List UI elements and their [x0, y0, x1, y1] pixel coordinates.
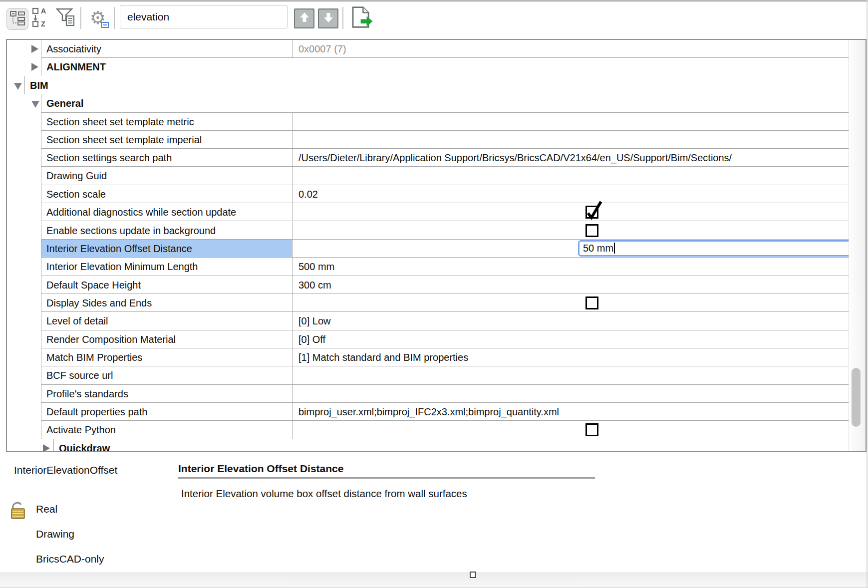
row-label-cell[interactable]: Level of detail	[41, 312, 292, 330]
row-label-cell[interactable]: Associativity	[41, 40, 292, 58]
row-label-cell[interactable]: Render Composition Material	[41, 330, 292, 348]
row-label-cell[interactable]: Additional diagnostics while section upd…	[41, 203, 292, 221]
table-row[interactable]: Profile's standards	[7, 385, 849, 403]
row-label-cell[interactable]: BCF source url	[41, 366, 292, 384]
checkbox-unchecked[interactable]	[585, 296, 598, 309]
row-value-cell[interactable]	[292, 112, 849, 130]
expand-arrow-icon[interactable]	[31, 45, 38, 53]
row-value-cell[interactable]: 0x0007 (7)	[292, 40, 849, 58]
svg-text:A: A	[41, 7, 46, 15]
row-label-cell[interactable]: Default Space Height	[41, 276, 292, 294]
table-row[interactable]: Interior Elevation Minimum Length500 mm	[7, 258, 849, 276]
table-row[interactable]: BIM	[7, 76, 849, 94]
row-value-cell[interactable]	[292, 385, 849, 403]
window-right-edge	[867, 0, 868, 588]
table-row[interactable]: Associativity0x0007 (7)	[7, 40, 849, 58]
arrow-up-icon	[298, 11, 310, 25]
table-row[interactable]: Default properties pathbimproj_user.xml;…	[7, 403, 849, 421]
row-value-cell[interactable]	[292, 203, 849, 221]
table-row[interactable]: Quickdraw	[7, 439, 849, 452]
row-label-cell[interactable]: Drawing Guid	[41, 167, 292, 185]
row-value-cell[interactable]: 50 mm	[292, 240, 849, 258]
row-label-cell[interactable]: Section sheet set template imperial	[41, 131, 292, 149]
row-value-cell[interactable]	[292, 421, 849, 439]
row-value-cell[interactable]	[292, 366, 849, 384]
manage-settings-button[interactable]: ⚙	[86, 6, 110, 30]
scrollbar-thumb[interactable]	[852, 368, 861, 427]
settings-table-rows: Associativity0x0007 (7)ALIGNMENTBIMGener…	[7, 40, 849, 451]
table-row[interactable]: Additional diagnostics while section upd…	[7, 203, 849, 221]
table-row[interactable]: Section sheet set template metric	[7, 112, 849, 130]
table-row[interactable]: Match BIM Properties[1] Match standard a…	[7, 348, 849, 366]
row-label-cell[interactable]: Enable sections update in background	[41, 222, 292, 240]
row-label-cell[interactable]: BIM	[24, 76, 849, 94]
table-row[interactable]: General	[7, 94, 849, 112]
export-file-icon	[350, 6, 374, 31]
row-label-cell[interactable]: ALIGNMENT	[41, 58, 849, 76]
table-row[interactable]: Section sheet set template imperial	[7, 131, 849, 149]
table-row[interactable]: Interior Elevation Offset Distance50 mm	[7, 240, 849, 258]
row-value-cell[interactable]: 500 mm	[292, 258, 849, 276]
row-value-cell[interactable]: [1] Match standard and BIM properties	[292, 348, 849, 366]
row-label-cell[interactable]: Section settings search path	[41, 149, 292, 167]
row-value-cell[interactable]	[292, 222, 849, 240]
row-value-cell[interactable]	[292, 294, 849, 312]
table-row[interactable]: Activate Python	[7, 421, 849, 439]
settings-toolbar: A Z ⚙	[0, 2, 868, 39]
svg-text:Z: Z	[41, 20, 45, 27]
collapse-arrow-icon[interactable]	[14, 83, 22, 90]
table-row[interactable]: Default Space Height300 cm	[7, 276, 849, 294]
checkbox-checked[interactable]	[585, 206, 598, 219]
table-row[interactable]: Section scale0.02	[7, 185, 849, 203]
expand-arrow-icon[interactable]	[43, 444, 50, 452]
row-label-cell[interactable]: Quickdraw	[53, 439, 849, 452]
checkbox-unchecked[interactable]	[585, 423, 598, 436]
row-label-cell[interactable]: Default properties path	[41, 403, 292, 421]
checkbox-unchecked[interactable]	[585, 224, 598, 237]
row-value-cell[interactable]: bimproj_user.xml;bimproj_IFC2x3.xml;bimp…	[292, 403, 849, 421]
row-label-cell[interactable]: Match BIM Properties	[41, 348, 292, 366]
row-label-cell[interactable]: Activate Python	[41, 421, 292, 439]
table-row[interactable]: Enable sections update in background	[7, 222, 849, 240]
row-value-cell[interactable]: 0.02	[292, 185, 849, 203]
value-edit-input[interactable]: 50 mm	[578, 240, 867, 257]
export-settings-button[interactable]	[349, 6, 374, 31]
row-label-cell[interactable]: Section sheet set template metric	[41, 112, 292, 130]
search-input[interactable]	[120, 5, 288, 28]
row-label-cell[interactable]: General	[41, 94, 849, 112]
row-label: Section settings search path	[46, 152, 172, 163]
table-row[interactable]: Display Sides and Ends	[7, 294, 849, 312]
row-label-cell[interactable]: Interior Elevation Minimum Length	[41, 258, 292, 276]
table-row[interactable]: Render Composition Material[0] Off	[7, 330, 849, 348]
filter-button[interactable]	[55, 8, 77, 29]
categorized-view-button[interactable]	[6, 8, 28, 30]
row-label-cell[interactable]: Interior Elevation Offset Distance	[41, 240, 292, 258]
row-value-cell[interactable]: /Users/Dieter/Library/Application Suppor…	[292, 149, 849, 167]
row-value-cell[interactable]: 300 cm	[292, 276, 849, 294]
collapse-arrow-icon[interactable]	[31, 101, 39, 108]
row-label-cell[interactable]: Display Sides and Ends	[41, 294, 292, 312]
row-label: Interior Elevation Minimum Length	[46, 261, 198, 272]
previous-match-button[interactable]	[294, 8, 314, 28]
next-match-button[interactable]	[318, 8, 338, 28]
row-value: [0] Low	[298, 315, 330, 326]
expand-arrow-icon[interactable]	[31, 63, 38, 71]
table-row[interactable]: Section settings search path/Users/Diete…	[7, 149, 849, 167]
sort-alphabetically-button[interactable]: A Z	[31, 8, 52, 29]
row-value-cell[interactable]	[292, 167, 849, 185]
table-row[interactable]: BCF source url	[7, 366, 849, 384]
table-row[interactable]: Level of detail[0] Low	[7, 312, 849, 330]
table-row[interactable]: ALIGNMENT	[7, 58, 849, 76]
row-label-cell[interactable]: Profile's standards	[41, 385, 292, 403]
row-label-cell[interactable]: Section scale	[41, 185, 292, 203]
sort-alphabetically-icon: A Z	[32, 7, 51, 29]
row-value-cell[interactable]	[292, 131, 849, 149]
row-label: Default properties path	[46, 406, 147, 417]
vertical-scrollbar[interactable]	[849, 40, 866, 451]
table-row[interactable]: Drawing Guid	[7, 167, 849, 185]
splitter-handle[interactable]	[470, 572, 476, 578]
categorized-view-icon	[10, 10, 25, 27]
row-value-cell[interactable]: [0] Off	[292, 330, 849, 348]
row-label: Activate Python	[46, 424, 116, 435]
row-value-cell[interactable]: [0] Low	[292, 312, 849, 330]
